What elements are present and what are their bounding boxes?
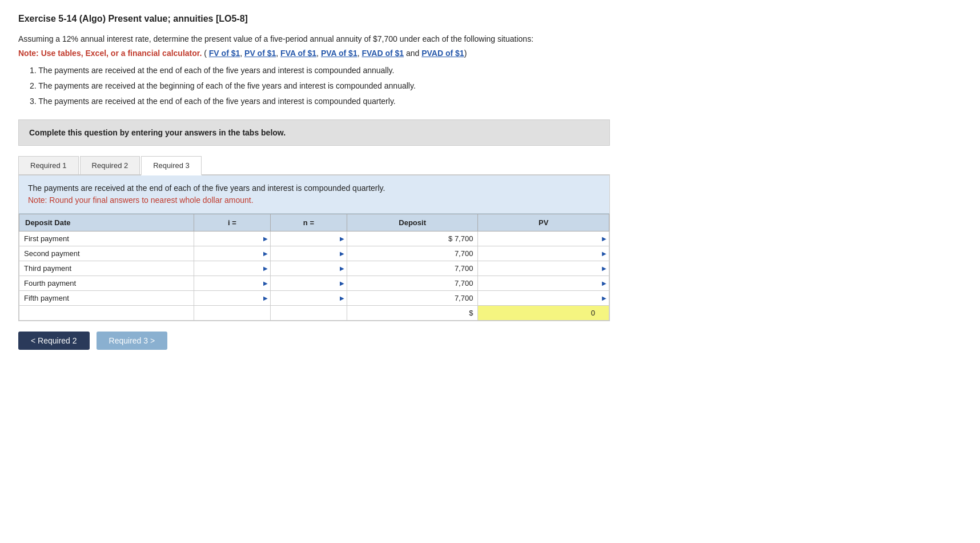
i-input-3[interactable] [199,264,266,273]
col-header-n: n = [270,214,347,231]
pva-link[interactable]: PVA of $1 [321,49,358,58]
pv-input-1[interactable] [483,234,604,243]
pv-input-4[interactable] [483,279,604,288]
page-title: Exercise 5-14 (Algo) Present value; annu… [18,14,610,24]
pv-link[interactable]: PV of $1 [244,49,276,58]
n-input-3[interactable] [275,264,342,273]
n-input-5[interactable] [275,294,342,302]
deposit-value-1: 7,700 [455,234,473,243]
table-row: Second payment 7,700 [19,246,609,261]
pv-cell-4[interactable] [478,276,609,290]
next-button[interactable]: Required 3 > [97,332,168,350]
complete-box: Complete this question by entering your … [18,119,610,146]
table-row: Fourth payment 7,700 [19,276,609,290]
deposit-cell-2: 7,700 [347,246,478,261]
tab-content: The payments are received at the end of … [18,175,610,321]
nav-buttons: < Required 2 Required 3 > [18,332,610,350]
situation-3: 3. The payments are received at the end … [30,94,610,109]
pv-cell-1[interactable] [478,231,609,246]
back-button[interactable]: < Required 2 [18,332,90,350]
label-fifth: Fifth payment [19,290,194,305]
fva-link[interactable]: FVA of $1 [280,49,316,58]
total-label [19,305,194,320]
total-n [270,305,347,320]
col-header-i: i = [194,214,271,231]
tabs-row: Required 1 Required 2 Required 3 [18,156,610,175]
pv-input-5[interactable] [483,294,604,302]
round-note: Note: Round your final answers to neares… [28,195,254,205]
pvad-link[interactable]: PVAD of $1 [421,49,464,58]
i-input-5[interactable] [199,294,266,302]
col-header-deposit-date: Deposit Date [19,214,194,231]
label-fourth: Fourth payment [19,276,194,290]
table-row: Fifth payment 7,700 [19,290,609,305]
tab-desc-text: The payments are received at the end of … [28,183,385,193]
note-label: Note: Use tables, Excel, or a financial … [18,49,202,58]
deposit-cell-1: $ 7,700 [347,231,478,246]
n-cell-3[interactable] [270,261,347,276]
i-cell-1[interactable] [194,231,271,246]
i-cell-4[interactable] [194,276,271,290]
pv-cell-3[interactable] [478,261,609,276]
deposit-value-2: 7,700 [455,249,473,258]
label-first: First payment [19,231,194,246]
i-input-1[interactable] [199,234,266,243]
i-input-4[interactable] [199,279,266,288]
tab-required-2[interactable]: Required 2 [80,156,140,174]
total-pv-cell[interactable]: 0 [478,305,609,320]
table-row: Third payment 7,700 [19,261,609,276]
situations-list: 1. The payments are received at the end … [30,63,610,109]
total-row: $ 0 [19,305,609,320]
total-pv-value: 0 [591,309,595,317]
tab-description: The payments are received at the end of … [19,175,609,214]
tab-required-3[interactable]: Required 3 [141,156,202,175]
pv-input-3[interactable] [483,264,604,273]
data-table: Deposit Date i = n = Deposit PV First pa… [19,214,609,321]
deposit-cell-3: 7,700 [347,261,478,276]
n-cell-2[interactable] [270,246,347,261]
n-input-4[interactable] [275,279,342,288]
situation-1: 1. The payments are received at the end … [30,63,610,78]
deposit-value-5: 7,700 [455,294,473,302]
fvad-link[interactable]: FVAD of $1 [362,49,404,58]
i-input-2[interactable] [199,249,266,258]
deposit-cell-4: 7,700 [347,276,478,290]
i-cell-2[interactable] [194,246,271,261]
tab-required-1[interactable]: Required 1 [18,156,79,174]
total-deposit-prefix: $ [347,305,478,320]
i-cell-5[interactable] [194,290,271,305]
pv-input-2[interactable] [483,249,604,258]
table-row: First payment $ 7,700 [19,231,609,246]
pv-cell-5[interactable] [478,290,609,305]
col-header-deposit: Deposit [347,214,478,231]
intro-text: Assuming a 12% annual interest rate, det… [18,33,610,45]
deposit-value-3: 7,700 [455,264,473,273]
n-input-1[interactable] [275,234,342,243]
col-header-pv: PV [478,214,609,231]
deposit-cell-5: 7,700 [347,290,478,305]
note-line: Note: Use tables, Excel, or a financial … [18,49,610,58]
i-cell-3[interactable] [194,261,271,276]
n-cell-5[interactable] [270,290,347,305]
n-input-2[interactable] [275,249,342,258]
total-dollar: $ [469,309,473,317]
deposit-value-4: 7,700 [455,279,473,288]
situation-2: 2. The payments are received at the begi… [30,79,610,93]
n-cell-4[interactable] [270,276,347,290]
label-third: Third payment [19,261,194,276]
pv-cell-2[interactable] [478,246,609,261]
fv-link[interactable]: FV of $1 [209,49,240,58]
deposit-prefix-1: $ [448,234,452,243]
total-i [194,305,271,320]
label-second: Second payment [19,246,194,261]
n-cell-1[interactable] [270,231,347,246]
